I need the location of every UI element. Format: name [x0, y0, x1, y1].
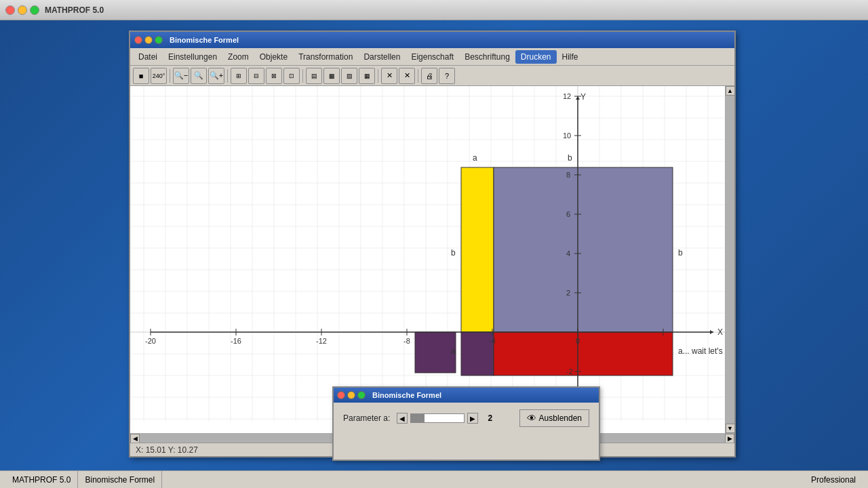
- app-titlebar: MATHPROF 5.0: [0, 0, 868, 20]
- graph-main: X Y: [130, 86, 725, 433]
- svg-text:12: 12: [563, 92, 571, 100]
- menu-zoom[interactable]: Zoom: [222, 50, 254, 64]
- maximize-button[interactable]: [30, 5, 39, 15]
- toolbar-fit3[interactable]: ⊠: [266, 68, 282, 84]
- menu-eigenschaft[interactable]: Eigenschaft: [406, 50, 459, 64]
- toolbar-zoom-in[interactable]: 🔍+: [208, 68, 224, 84]
- scroll-right-arrow[interactable]: ▶: [725, 434, 734, 443]
- close-button[interactable]: [5, 5, 15, 15]
- toolbar-grid3[interactable]: ▨: [341, 68, 357, 84]
- menu-transformation[interactable]: Transformation: [293, 50, 358, 64]
- parameter-label: Parameter a:: [343, 413, 390, 423]
- svg-text:4: 4: [566, 249, 570, 258]
- inner-window-title: Binomische Formel: [170, 36, 239, 44]
- svg-text:a... wait let's use 'a' since : a... wait let's use 'a' since that row h…: [678, 346, 725, 356]
- hide-label: Ausblenden: [539, 413, 582, 423]
- toolbar-sep2: [227, 69, 228, 83]
- fp-close-button[interactable]: [337, 391, 345, 399]
- ab-right-rect: [494, 332, 673, 375]
- toolbar-zoom-out[interactable]: 🔍−: [173, 68, 189, 84]
- menu-objekte[interactable]: Objekte: [254, 50, 293, 64]
- menu-hilfe[interactable]: Hilfe: [557, 50, 584, 64]
- inner-maximize-button[interactable]: [155, 36, 163, 44]
- coordinates-display: X: 15.01 Y: 10.27: [136, 445, 198, 455]
- toolbar-grid2[interactable]: ▩: [323, 68, 340, 84]
- toolbar-rotate[interactable]: 240°: [151, 68, 167, 84]
- toolbar-fit[interactable]: ⊞: [231, 68, 247, 84]
- svg-text:6: 6: [566, 210, 570, 218]
- minimize-button[interactable]: [18, 5, 27, 15]
- right-scrollbar[interactable]: ▲ ▼: [725, 86, 734, 433]
- statusbar-edition: Professional: [804, 475, 863, 485]
- inner-titlebar-buttons: [134, 36, 163, 44]
- slider-track[interactable]: [410, 413, 465, 423]
- fp-titlebar-buttons: [337, 391, 366, 399]
- toolbar-grid[interactable]: ▤: [306, 68, 322, 84]
- toolbar-fit4[interactable]: ⊡: [283, 68, 300, 84]
- ab-left-rect: [461, 167, 494, 332]
- svg-text:-16: -16: [231, 337, 241, 345]
- menu-drucken[interactable]: Drucken: [515, 50, 557, 64]
- svg-text:8: 8: [566, 171, 570, 179]
- svg-text:b: b: [678, 248, 683, 258]
- svg-text:2: 2: [566, 289, 570, 297]
- toolbar-close1[interactable]: ✕: [381, 68, 397, 84]
- slider-right-button[interactable]: ▶: [467, 413, 478, 424]
- menu-beschriftung[interactable]: Beschriftung: [459, 50, 515, 64]
- a-squared-rect: [415, 332, 456, 373]
- toolbar-sep4: [378, 69, 378, 83]
- toolbar-sep3: [302, 69, 303, 83]
- inner-minimize-button[interactable]: [144, 36, 153, 44]
- slider-left-button[interactable]: ◀: [397, 413, 408, 424]
- menu-datei[interactable]: Datei: [133, 50, 163, 64]
- formula-panel-content: Parameter a: ◀ ▶ 2 👁 Ausblenden: [334, 403, 599, 434]
- toolbar-cursor[interactable]: ■: [133, 68, 149, 84]
- scroll-left-arrow[interactable]: ◀: [130, 434, 140, 443]
- statusbar-app: MATHPROF 5.0: [5, 471, 78, 488]
- svg-text:-8: -8: [403, 337, 410, 345]
- svg-text:-20: -20: [145, 337, 156, 345]
- statusbar: MATHPROF 5.0 Binomische Formel Professio…: [0, 470, 868, 488]
- graph-wrapper: X Y: [130, 86, 734, 433]
- svg-text:Y: Y: [580, 92, 586, 102]
- toolbar-print[interactable]: 🖨: [421, 68, 437, 84]
- toolbar-close2[interactable]: ✕: [399, 68, 415, 84]
- app-window: MATHPROF 5.0 Binomische Formel Datei Ein…: [0, 0, 868, 488]
- toolbar-fit2[interactable]: ⊟: [248, 68, 264, 84]
- hide-icon: 👁: [527, 413, 536, 424]
- b-squared-rect: [494, 167, 673, 332]
- statusbar-window-name: Binomische Formel: [85, 475, 155, 485]
- toolbar-grid4[interactable]: ▦: [359, 68, 375, 84]
- graph-svg: X Y: [130, 86, 725, 422]
- svg-text:X: X: [717, 327, 723, 337]
- fp-maximize-button[interactable]: [357, 391, 366, 399]
- formula-panel-title: Binomische Formel: [372, 391, 441, 399]
- svg-text:a: a: [451, 346, 456, 356]
- menu-darstellen[interactable]: Darstellen: [358, 50, 406, 64]
- svg-text:b: b: [451, 248, 456, 258]
- svg-text:b: b: [568, 153, 572, 163]
- svg-text:0: 0: [576, 337, 580, 345]
- statusbar-app-name: MATHPROF 5.0: [12, 475, 71, 485]
- menubar: Datei Einstellungen Zoom Objekte Transfo…: [130, 48, 734, 66]
- toolbar-sep5: [418, 69, 418, 83]
- statusbar-window: Binomische Formel: [78, 471, 162, 488]
- titlebar-buttons: [5, 5, 39, 15]
- svg-text:-4: -4: [489, 337, 496, 345]
- edition-label: Professional: [811, 475, 856, 485]
- inner-close-button[interactable]: [134, 36, 142, 44]
- parameter-value: 2: [488, 413, 492, 423]
- scroll-thumb-v: [726, 96, 734, 424]
- svg-text:-2: -2: [566, 367, 573, 375]
- menu-einstellungen[interactable]: Einstellungen: [163, 50, 222, 64]
- hide-button[interactable]: 👁 Ausblenden: [519, 409, 589, 427]
- toolbar-zoom-reset[interactable]: 🔍: [191, 68, 207, 84]
- svg-text:10: 10: [563, 131, 571, 140]
- toolbar-help[interactable]: ?: [439, 68, 455, 84]
- scroll-down-arrow[interactable]: ▼: [726, 424, 735, 433]
- app-title: MATHPROF 5.0: [45, 5, 104, 15]
- scroll-up-arrow[interactable]: ▲: [726, 86, 735, 96]
- svg-text:-12: -12: [316, 337, 327, 345]
- fp-minimize-button[interactable]: [347, 391, 355, 399]
- svg-text:a: a: [473, 153, 477, 163]
